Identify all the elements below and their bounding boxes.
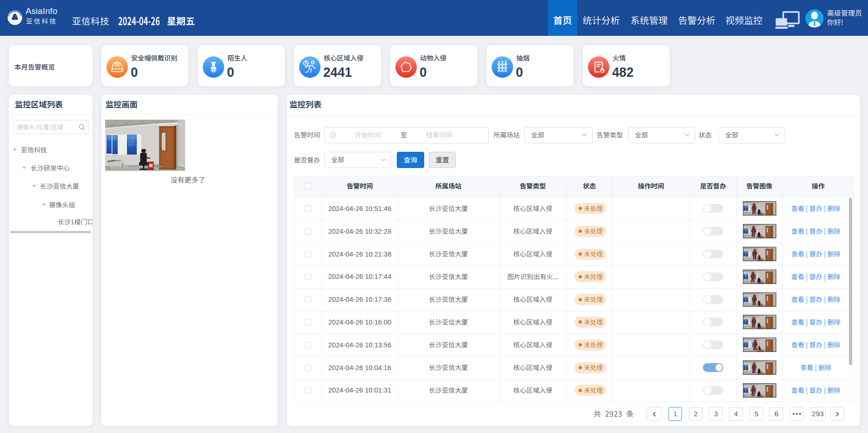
svg-text:B4 PTZ Camera: B4 PTZ Camera: [108, 165, 128, 168]
svg-text:2024-02-06 13:28:58: 2024-02-06 13:28:58: [156, 123, 182, 126]
